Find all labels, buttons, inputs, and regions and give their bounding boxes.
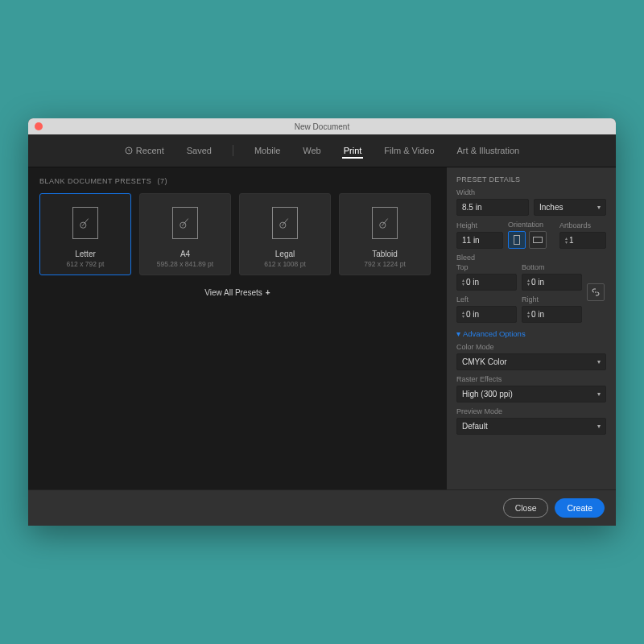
new-document-dialog: New Document Recent Saved Mobile Web Pri…	[28, 118, 616, 526]
color-mode-select[interactable]: CMYK Color▾	[456, 353, 606, 370]
chevron-down-icon: ▾	[597, 358, 601, 365]
stepper-arrows-icon: ▴▾	[462, 311, 464, 319]
preset-count: (7)	[157, 177, 167, 185]
tab-mobile[interactable]: Mobile	[253, 142, 282, 159]
tab-web[interactable]: Web	[301, 142, 322, 159]
preview-mode-value: Default	[462, 422, 488, 431]
plus-icon: +	[266, 288, 270, 297]
close-button[interactable]: Close	[503, 498, 549, 518]
create-button[interactable]: Create	[555, 498, 605, 518]
preset-details-panel: PRESET DETAILS Width 8.5 in Inches▾ Heig…	[447, 167, 616, 489]
units-value: Inches	[539, 203, 563, 212]
tab-film-video[interactable]: Film & Video	[382, 142, 436, 159]
preset-name: Legal	[275, 250, 295, 258]
document-icon	[372, 207, 398, 239]
artboards-stepper[interactable]: ▴▾1	[559, 232, 606, 249]
advanced-label: Advanced Options	[463, 329, 526, 338]
bleed-right-value: 0 in	[531, 310, 544, 319]
artboards-label: Artboards	[559, 221, 606, 229]
preset-card-legal[interactable]: Legal 612 x 1008 pt	[239, 193, 331, 275]
document-icon	[72, 207, 98, 239]
preset-card-tabloid[interactable]: Tabloid 792 x 1224 pt	[339, 193, 431, 275]
preset-panel: BLANK DOCUMENT PRESETS (7) Letter 612 x …	[28, 167, 447, 489]
height-input[interactable]: 11 in	[456, 232, 503, 249]
view-all-presets-button[interactable]: View All Presets+	[39, 288, 436, 297]
tab-recent-label: Recent	[136, 146, 164, 155]
document-icon	[272, 207, 298, 239]
chevron-down-icon: ▾	[597, 390, 601, 398]
bleed-left-input[interactable]: ▴▾0 in	[456, 306, 517, 323]
preview-mode-label: Preview Mode	[456, 407, 606, 415]
tab-art-illustration[interactable]: Art & Illustration	[456, 142, 522, 159]
preset-dimensions: 612 x 792 pt	[67, 260, 105, 268]
bleed-bottom-label: Bottom	[522, 263, 582, 271]
bleed-top-label: Top	[456, 263, 517, 271]
category-tabbar: Recent Saved Mobile Web Print Film & Vid…	[28, 134, 616, 167]
clock-icon	[125, 147, 133, 155]
view-all-label: View All Presets	[204, 288, 262, 297]
orientation-portrait-button[interactable]	[508, 231, 526, 249]
titlebar: New Document	[28, 118, 616, 134]
link-bleed-button[interactable]	[587, 283, 605, 301]
color-mode-value: CMYK Color	[462, 357, 507, 366]
raster-effects-label: Raster Effects	[456, 375, 606, 383]
artboards-value: 1	[569, 236, 574, 245]
stepper-arrows-icon: ▴▾	[462, 279, 464, 287]
width-input[interactable]: 8.5 in	[456, 199, 529, 216]
preview-mode-select[interactable]: Default▾	[456, 418, 606, 435]
tab-recent[interactable]: Recent	[123, 142, 166, 159]
units-select[interactable]: Inches▾	[534, 199, 606, 216]
tab-saved[interactable]: Saved	[185, 142, 213, 159]
width-label: Width	[456, 188, 606, 196]
stepper-arrows-icon: ▴▾	[565, 237, 568, 245]
preset-dimensions: 595.28 x 841.89 pt	[157, 260, 213, 268]
stepper-arrows-icon: ▴▾	[527, 311, 530, 319]
preset-dimensions: 612 x 1008 pt	[264, 260, 306, 268]
document-icon	[172, 207, 198, 239]
bleed-top-value: 0 in	[466, 278, 479, 287]
preset-name: Letter	[75, 250, 96, 258]
bleed-left-label: Left	[456, 295, 517, 303]
height-label: Height	[456, 221, 503, 229]
raster-effects-value: High (300 ppi)	[462, 390, 513, 398]
preset-dimensions: 792 x 1224 pt	[364, 260, 406, 268]
preset-header: BLANK DOCUMENT PRESETS (7)	[39, 177, 436, 185]
preset-card-row: Letter 612 x 792 pt A4 595.28 x 841.89 p…	[39, 193, 436, 275]
stepper-arrows-icon: ▴▾	[527, 279, 530, 287]
orientation-landscape-button[interactable]	[529, 231, 547, 249]
preset-name: A4	[180, 250, 190, 258]
advanced-options-toggle[interactable]: ▾Advanced Options	[456, 329, 606, 338]
bleed-top-input[interactable]: ▴▾0 in	[456, 274, 517, 291]
dialog-footer: Close Create	[28, 489, 616, 526]
bleed-bottom-input[interactable]: ▴▾0 in	[522, 274, 582, 291]
chevron-down-icon: ▾	[597, 204, 601, 211]
tab-print[interactable]: Print	[342, 142, 364, 159]
bleed-label: Bleed	[456, 254, 606, 262]
chevron-down-icon: ▾	[597, 423, 601, 430]
preset-details-title: PRESET DETAILS	[456, 175, 606, 184]
color-mode-label: Color Mode	[456, 343, 606, 351]
preset-header-label: BLANK DOCUMENT PRESETS	[39, 177, 151, 185]
raster-effects-select[interactable]: High (300 ppi)▾	[456, 386, 606, 402]
preset-card-a4[interactable]: A4 595.28 x 841.89 pt	[139, 193, 231, 275]
link-icon	[591, 287, 601, 297]
chevron-down-icon: ▾	[456, 329, 460, 338]
window-title: New Document	[28, 122, 616, 131]
bleed-left-value: 0 in	[466, 310, 479, 319]
bleed-bottom-value: 0 in	[531, 278, 544, 287]
tab-divider	[233, 145, 233, 156]
preset-name: Tabloid	[372, 250, 398, 258]
bleed-right-label: Right	[522, 295, 582, 303]
bleed-right-input[interactable]: ▴▾0 in	[522, 306, 582, 323]
preset-card-letter[interactable]: Letter 612 x 792 pt	[39, 193, 131, 275]
orientation-label: Orientation	[508, 221, 555, 229]
